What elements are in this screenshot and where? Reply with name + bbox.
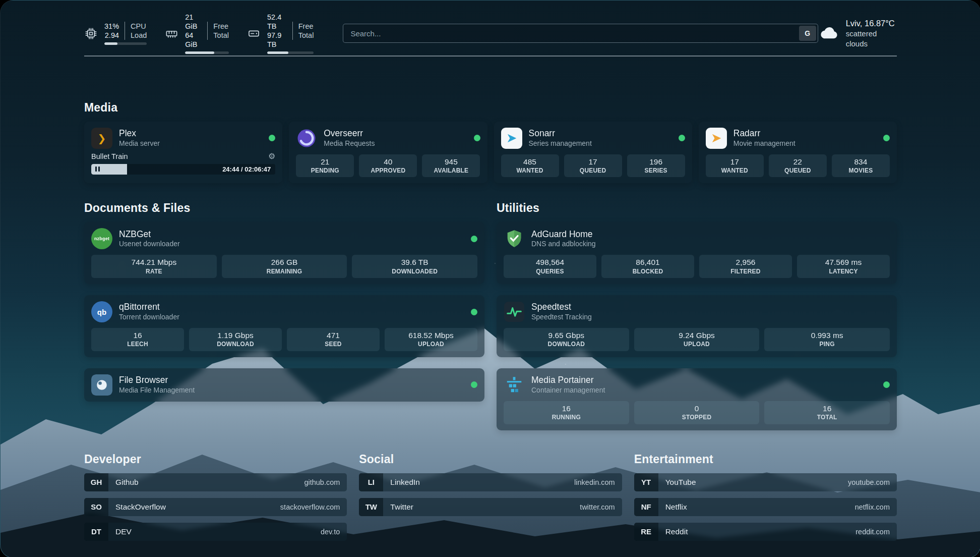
bookmark-github[interactable]: GH Github github.com [84, 473, 347, 491]
section-developer: Developer GH Github github.com SO StackO… [84, 453, 347, 547]
bookmark-twitter[interactable]: TW Twitter twitter.com [359, 498, 622, 516]
stat-tile: 47.569 ms LATENCY [797, 255, 890, 278]
portainer-icon [504, 374, 525, 396]
section-entertainment: Entertainment YT YouTube youtube.com NF … [634, 453, 897, 547]
app-subtitle: Series management [529, 139, 592, 148]
topbar-divider [84, 55, 897, 57]
stat-tile: 744.21 Mbps RATE [91, 255, 217, 278]
overseerr-icon [296, 128, 317, 149]
dev-icon: DT [84, 523, 108, 541]
stat-tile: 618.52 Mbps UPLOAD [385, 328, 477, 351]
app-subtitle: DNS and adblocking [531, 240, 596, 249]
app-card-sonarr[interactable]: Sonarr Series management 485 WANTED 17 Q… [494, 122, 692, 184]
radarr-icon [706, 128, 727, 149]
app-subtitle: Usenet downloader [119, 240, 180, 249]
now-playing-title: Bullet Train [91, 152, 128, 160]
bookmark-stackoverflow[interactable]: SO StackOverflow stackoverflow.com [84, 498, 347, 516]
app-card-radarr[interactable]: Radarr Movie management 17 WANTED 22 QUE… [699, 122, 897, 184]
bookmark-youtube[interactable]: YT YouTube youtube.com [634, 473, 897, 491]
app-name: qBittorrent [119, 302, 179, 313]
app-name: AdGuard Home [531, 229, 596, 240]
search-bar: G [343, 24, 818, 43]
stat-tile: 21 PENDING [296, 154, 354, 178]
utilities-section-title: Utilities [497, 201, 897, 215]
bookmark-dev[interactable]: DT DEV dev.to [84, 523, 347, 541]
playback-time: 24:44 / 02:06:47 [222, 165, 271, 173]
bookmark-netflix[interactable]: NF Netflix netflix.com [634, 498, 897, 516]
ram-metric: 21 GiB 64 GiB Free Total [165, 13, 229, 54]
documents-section-title: Documents & Files [84, 201, 484, 215]
app-card-adguard[interactable]: AdGuard Home DNS and adblocking 498,564 … [497, 222, 897, 284]
social-section-title: Social [359, 453, 622, 466]
stat-tile: 266 GB REMAINING [222, 255, 347, 278]
cloud-icon [818, 24, 839, 42]
nzbget-icon: nzbget [91, 228, 112, 249]
search-input[interactable] [343, 24, 818, 43]
stackoverflow-icon: SO [84, 498, 108, 516]
app-name: Sonarr [529, 128, 592, 139]
cpu-icon [84, 27, 98, 40]
cpu-metric: 31% 2.94 CPU Load [84, 22, 147, 45]
status-dot [474, 135, 480, 141]
weather-condition: scattered clouds [846, 29, 897, 48]
disk-free: 52.4 TB [267, 13, 287, 31]
cpu-label-top: CPU [131, 22, 146, 31]
app-card-portainer[interactable]: Media Portainer Container management 16 … [497, 368, 897, 430]
app-name: Speedtest [531, 302, 592, 313]
app-name: Media Portainer [531, 375, 605, 386]
stat-tile: 86,401 BLOCKED [601, 255, 694, 278]
app-card-qbittorrent[interactable]: qb qBittorrent Torrent downloader 16 LEE… [84, 295, 484, 357]
stat-tile: 485 WANTED [501, 154, 559, 178]
disk-label-bottom: Total [298, 31, 314, 40]
gear-icon[interactable]: ⚙ [268, 152, 275, 160]
stat-tile: 16 RUNNING [504, 401, 629, 424]
playback-progress-bar[interactable]: 24:44 / 02:06:47 [91, 164, 275, 175]
section-documents: Documents & Files nzbget NZBGet Usenet d… [84, 201, 484, 430]
ram-total: 64 GiB [185, 31, 202, 49]
stat-tile: 196 SERIES [627, 154, 685, 178]
search-engine-button[interactable]: G [799, 26, 816, 41]
stat-tile: 39.6 TB DOWNLOADED [352, 255, 477, 278]
twitter-icon: TW [359, 498, 383, 516]
stat-tile: 22 QUEUED [769, 154, 827, 178]
app-subtitle: Media server [119, 139, 160, 148]
topbar: 31% 2.94 CPU Load [84, 19, 897, 47]
stat-tile: 945 AVAILABLE [422, 154, 480, 178]
app-name: Radarr [733, 128, 795, 139]
weather-widget: Lviv, 16.87°C scattered clouds [818, 18, 897, 48]
stat-tile: 16 LEECH [91, 328, 184, 351]
stat-tile: 9.65 Gbps DOWNLOAD [504, 328, 629, 351]
status-dot [883, 135, 890, 141]
app-card-overseerr[interactable]: Overseerr Media Requests 21 PENDING 40 A… [289, 122, 487, 184]
app-subtitle: Speedtest Tracking [531, 313, 592, 322]
github-icon: GH [84, 473, 108, 491]
ram-icon [165, 27, 178, 40]
status-dot [679, 135, 685, 141]
stat-tile: 834 MOVIES [832, 154, 890, 178]
status-dot [883, 381, 890, 388]
app-card-filebrowser[interactable]: File Browser Media File Management [84, 368, 484, 402]
status-dot [269, 135, 275, 141]
snow-specks [1, 1, 2, 2]
bookmark-linkedin[interactable]: LI LinkedIn linkedin.com [359, 473, 622, 491]
section-social: Social LI LinkedIn linkedin.com TW Twitt… [359, 453, 622, 547]
app-name: File Browser [119, 375, 195, 386]
pause-icon[interactable] [95, 166, 100, 172]
app-subtitle: Media File Management [119, 386, 195, 395]
app-card-plex[interactable]: ❯ Plex Media server Bullet Train ⚙ [84, 122, 282, 184]
section-media: Media ❯ Plex Media server [84, 101, 897, 184]
app-card-speedtest[interactable]: Speedtest Speedtest Tracking 9.65 Gbps D… [497, 295, 897, 357]
disk-progress-bar [267, 51, 314, 54]
netflix-icon: NF [634, 498, 658, 516]
sonarr-icon [501, 128, 522, 149]
stat-tile: 2,956 FILTERED [699, 255, 792, 278]
app-name: NZBGet [119, 229, 180, 240]
stat-tile: 40 APPROVED [359, 154, 417, 178]
ram-free: 21 GiB [185, 13, 202, 31]
stat-tile: 0.993 ms PING [764, 328, 890, 351]
app-card-nzbget[interactable]: nzbget NZBGet Usenet downloader 744.21 M… [84, 222, 484, 284]
cpu-label-bottom: Load [131, 31, 147, 40]
bookmark-reddit[interactable]: RE Reddit reddit.com [634, 523, 897, 541]
section-utilities: Utilities AdGuard Home [497, 201, 897, 430]
ram-label-bottom: Total [213, 31, 229, 40]
